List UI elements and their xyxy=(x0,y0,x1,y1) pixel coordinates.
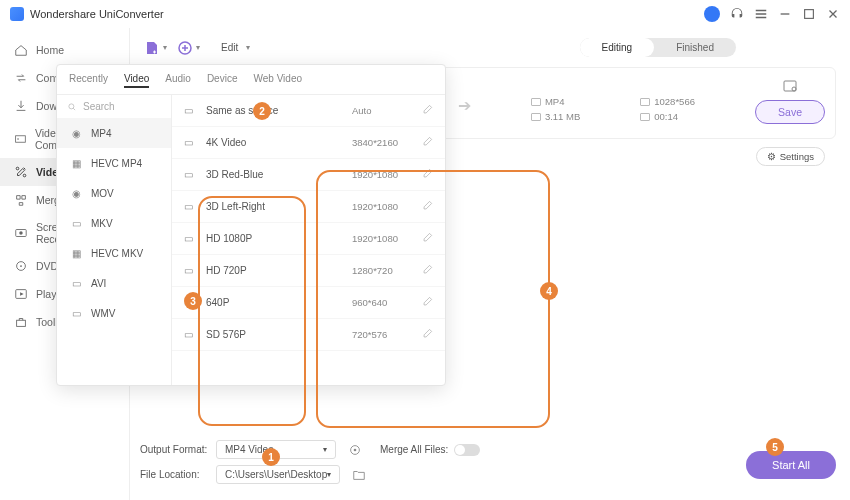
preset-resolution: 960*640 xyxy=(352,297,422,308)
preset-icon: ▭ xyxy=(184,201,198,212)
preset-edit-icon[interactable] xyxy=(422,104,433,117)
preset-edit-icon[interactable] xyxy=(422,136,433,149)
settings-label: Settings xyxy=(780,151,814,162)
close-icon[interactable] xyxy=(826,7,840,21)
download-icon xyxy=(14,99,28,113)
preset-row[interactable]: ▭HD 720P1280*720 xyxy=(172,255,445,287)
tgt-res: 1028*566 xyxy=(654,96,695,107)
format-settings-icon[interactable] xyxy=(348,443,362,457)
popup-tab-device[interactable]: Device xyxy=(207,71,238,88)
support-icon[interactable] xyxy=(730,7,744,21)
svg-point-16 xyxy=(69,103,74,108)
format-hevc-mkv[interactable]: ▦HEVC MKV xyxy=(57,238,171,268)
svg-point-15 xyxy=(354,448,357,451)
preset-icon: ▭ xyxy=(184,169,198,180)
preset-icon: ▭ xyxy=(184,137,198,148)
compress-icon xyxy=(14,132,27,146)
format-mov[interactable]: ◉MOV xyxy=(57,178,171,208)
minimize-icon[interactable] xyxy=(778,7,792,21)
preset-resolution: Auto xyxy=(352,105,422,116)
svg-point-8 xyxy=(20,265,22,267)
segment-editing[interactable]: Editing xyxy=(580,38,655,57)
preset-resolution: 1920*1080 xyxy=(352,201,422,212)
svg-point-4 xyxy=(23,174,26,177)
edit-dropdown[interactable]: Edit ▾ xyxy=(210,38,261,57)
popup-tab-audio[interactable]: Audio xyxy=(165,71,191,88)
marker-3: 3 xyxy=(184,292,202,310)
edit-label: Edit xyxy=(221,42,238,53)
save-button[interactable]: Save xyxy=(755,100,825,124)
format-mkv[interactable]: ▭MKV xyxy=(57,208,171,238)
start-all-button[interactable]: Start All xyxy=(746,451,836,479)
svg-rect-10 xyxy=(17,320,26,326)
maximize-icon[interactable] xyxy=(802,7,816,21)
preset-name: HD 1080P xyxy=(206,233,352,244)
app-title: Wondershare UniConverter xyxy=(30,8,164,20)
marker-5: 5 xyxy=(766,438,784,456)
preset-name: Same as source xyxy=(206,105,352,116)
segment-finished[interactable]: Finished xyxy=(654,38,736,57)
preset-resolution: 1280*720 xyxy=(352,265,422,276)
format-icon: ◉ xyxy=(69,187,83,199)
sidebar-item-home[interactable]: Home xyxy=(0,36,129,64)
preset-name: SD 576P xyxy=(206,329,352,340)
preset-edit-icon[interactable] xyxy=(422,232,433,245)
file-location-label: File Location: xyxy=(140,469,210,480)
format-avi[interactable]: ▭AVI xyxy=(57,268,171,298)
format-wmv[interactable]: ▭WMV xyxy=(57,298,171,328)
svg-rect-0 xyxy=(805,10,814,19)
tgt-dur: 00:14 xyxy=(654,111,678,122)
preset-name: 4K Video xyxy=(206,137,352,148)
marker-2: 2 xyxy=(253,102,271,120)
preset-edit-icon[interactable] xyxy=(422,200,433,213)
popup-tab-web-video[interactable]: Web Video xyxy=(253,71,302,88)
add-folder-button[interactable]: ▾ xyxy=(177,40,200,56)
merge-toggle[interactable] xyxy=(454,444,480,456)
format-icon: ▭ xyxy=(69,217,83,229)
preset-edit-icon[interactable] xyxy=(422,328,433,341)
convert-icon xyxy=(14,71,28,85)
toolbox-icon xyxy=(14,315,28,329)
file-location-select[interactable]: C:\Users\User\Desktop▾ xyxy=(216,465,340,484)
preset-resolution: 3840*2160 xyxy=(352,137,422,148)
merge-icon xyxy=(14,193,28,207)
user-avatar[interactable] xyxy=(704,6,720,22)
preset-icon: ▭ xyxy=(184,329,198,340)
preset-name: 3D Left-Right xyxy=(206,201,352,212)
preset-edit-icon[interactable] xyxy=(422,168,433,181)
preset-row[interactable]: ▭640P960*640 xyxy=(172,287,445,319)
gear-icon: ⚙ xyxy=(767,151,776,162)
format-hevc-mp4[interactable]: ▦HEVC MP4 xyxy=(57,148,171,178)
preset-edit-icon[interactable] xyxy=(422,296,433,309)
add-file-button[interactable]: ▾ xyxy=(144,40,167,56)
svg-rect-1 xyxy=(16,136,26,142)
preset-resolution: 1920*1080 xyxy=(352,233,422,244)
format-icon: ▭ xyxy=(69,277,83,289)
preset-icon: ▭ xyxy=(184,105,198,116)
sidebar-label: Home xyxy=(36,44,64,56)
merge-label: Merge All Files: xyxy=(380,444,448,455)
settings-button[interactable]: ⚙ Settings xyxy=(756,147,825,166)
dvd-icon xyxy=(14,259,28,273)
preset-row[interactable]: ▭3D Left-Right1920*1080 xyxy=(172,191,445,223)
arrow-icon: ➔ xyxy=(458,96,471,122)
preset-row[interactable]: ▭SD 576P720*576 xyxy=(172,319,445,351)
open-folder-icon[interactable] xyxy=(352,468,366,482)
tgt-size: 3.11 MB xyxy=(545,111,580,122)
format-mp4[interactable]: ◉MP4 xyxy=(57,118,171,148)
preset-resolution: 1920*1080 xyxy=(352,169,422,180)
format-search[interactable]: Search xyxy=(57,95,171,118)
format-icon: ▦ xyxy=(69,157,83,169)
add-folder-icon xyxy=(177,40,193,56)
menu-icon[interactable] xyxy=(754,7,768,21)
preset-row[interactable]: ▭Same as sourceAuto xyxy=(172,95,445,127)
preset-row[interactable]: ▭HD 1080P1920*1080 xyxy=(172,223,445,255)
preset-row[interactable]: ▭3D Red-Blue1920*1080 xyxy=(172,159,445,191)
output-settings-icon[interactable] xyxy=(782,78,798,94)
popup-tab-recently[interactable]: Recently xyxy=(69,71,108,88)
preset-icon: ▭ xyxy=(184,233,198,244)
preset-row[interactable]: ▭4K Video3840*2160 xyxy=(172,127,445,159)
home-icon xyxy=(14,43,28,57)
popup-tab-video[interactable]: Video xyxy=(124,71,149,88)
preset-edit-icon[interactable] xyxy=(422,264,433,277)
